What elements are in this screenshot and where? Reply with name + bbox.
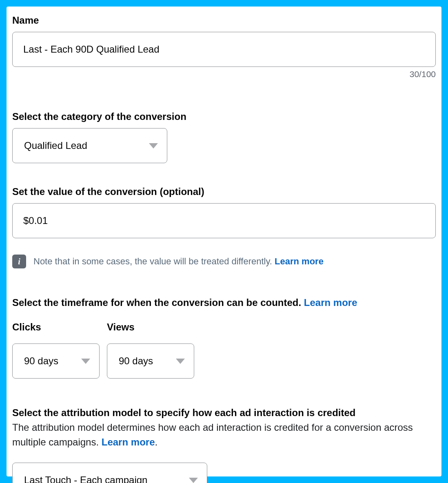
conversion-settings-panel: Name 30/100 Select the category of the c…: [7, 7, 441, 476]
conversion-value-input[interactable]: [12, 203, 436, 238]
chevron-down-icon: [189, 478, 198, 483]
clicks-duration-text: 90 days: [24, 355, 58, 367]
attribution-learn-more-link[interactable]: Learn more: [102, 436, 155, 448]
attribution-body-text: The attribution model determines how eac…: [12, 422, 413, 448]
views-duration-text: 90 days: [119, 355, 153, 367]
clicks-label: Clicks: [12, 321, 100, 333]
value-learn-more-link[interactable]: Learn more: [275, 256, 324, 266]
chevron-down-icon: [176, 359, 185, 364]
name-char-counter: 30/100: [12, 69, 436, 79]
chevron-down-icon: [81, 359, 90, 364]
value-note-row: i Note that in some cases, the value wil…: [12, 255, 436, 268]
views-label: Views: [107, 321, 194, 333]
timeframe-learn-more-link[interactable]: Learn more: [304, 297, 357, 308]
clicks-duration-select[interactable]: 90 days: [12, 343, 100, 379]
name-input[interactable]: [12, 32, 436, 67]
attribution-body-suffix: .: [155, 436, 157, 448]
info-icon: i: [12, 255, 26, 268]
category-label: Select the category of the conversion: [12, 111, 436, 122]
timeframe-heading-text: Select the timeframe for when the conver…: [12, 297, 304, 308]
chevron-down-icon: [149, 143, 158, 148]
name-label: Name: [12, 15, 436, 26]
views-duration-select[interactable]: 90 days: [107, 343, 194, 379]
attribution-heading: Select the attribution model to specify …: [12, 407, 436, 419]
category-selected-text: Qualified Lead: [24, 140, 87, 151]
attribution-selected-text: Last Touch - Each campaign: [24, 474, 147, 483]
attribution-model-select[interactable]: Last Touch - Each campaign: [12, 463, 207, 483]
timeframe-heading: Select the timeframe for when the conver…: [12, 297, 436, 308]
attribution-description: The attribution model determines how eac…: [12, 420, 436, 450]
category-select[interactable]: Qualified Lead: [12, 128, 167, 163]
value-note-text: Note that in some cases, the value will …: [33, 256, 275, 266]
value-label: Set the value of the conversion (optiona…: [12, 186, 436, 197]
